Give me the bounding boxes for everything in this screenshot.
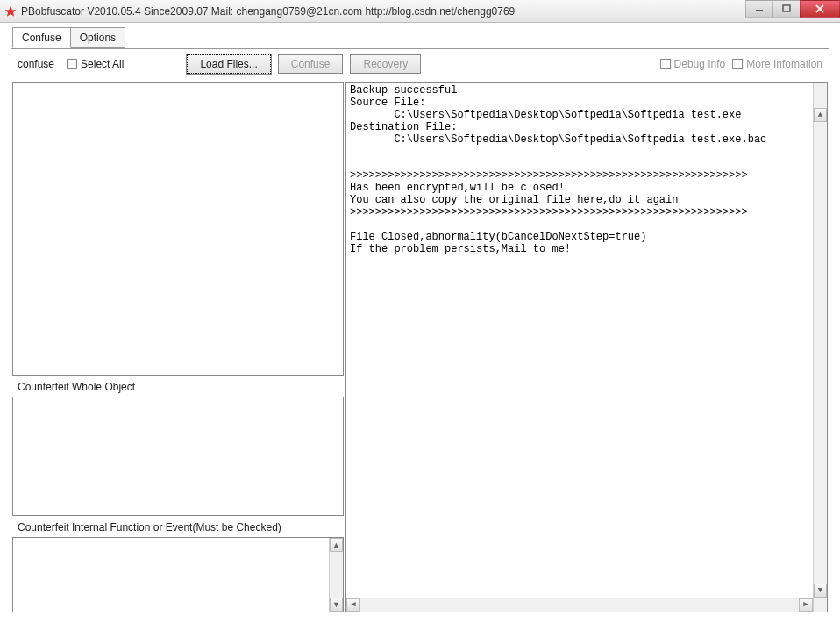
log-text: Backup successful Source File: C:\Users\… — [346, 83, 813, 598]
scroll-down-icon[interactable]: ▼ — [814, 584, 827, 598]
load-files-button[interactable]: Load Files... — [187, 54, 270, 74]
checkbox-box-icon — [732, 59, 743, 69]
scroll-track[interactable] — [330, 552, 343, 598]
maximize-button[interactable] — [772, 0, 801, 18]
confuse-label: confuse — [18, 58, 54, 70]
svg-marker-0 — [5, 5, 17, 16]
scroll-track[interactable] — [814, 97, 827, 584]
checkbox-box-icon — [660, 59, 671, 69]
app-icon — [4, 4, 18, 18]
scroll-corner — [813, 598, 827, 612]
more-information-label: More Infomation — [746, 58, 822, 70]
select-all-label: Select All — [81, 58, 124, 70]
client-area: Confuse Options confuse Select All Load … — [2, 23, 838, 621]
recovery-button[interactable]: Recovery — [350, 54, 421, 74]
checkbox-box-icon — [67, 59, 77, 69]
scrollbar-vertical[interactable]: ▲ ▼ — [813, 83, 827, 598]
scrollbar-vertical[interactable]: ▲ ▼ — [329, 538, 343, 612]
window-title: PBobfuscator V2010.05.4 Since2009.07 Mai… — [21, 5, 515, 18]
minimize-button[interactable] — [745, 0, 773, 18]
scroll-left-icon[interactable]: ◀ — [346, 598, 360, 612]
files-listbox[interactable] — [12, 82, 344, 376]
tab-options[interactable]: Options — [70, 27, 125, 48]
scroll-down-icon[interactable]: ▼ — [330, 598, 343, 612]
log-output[interactable]: Backup successful Source File: C:\Users\… — [345, 82, 828, 612]
window-controls — [746, 0, 840, 18]
scrollbar-horizontal[interactable]: ◀ ▶ — [346, 598, 813, 612]
select-all-checkbox[interactable]: Select All — [67, 58, 124, 70]
right-column: Backup successful Source File: C:\Users\… — [345, 82, 828, 612]
close-button[interactable] — [800, 0, 840, 18]
scroll-right-icon[interactable]: ▶ — [799, 598, 813, 612]
tabs: Confuse Options — [12, 26, 838, 47]
titlebar[interactable]: PBobfuscator V2010.05.4 Since2009.07 Mai… — [0, 0, 840, 23]
counterfeit-internal-label: Counterfeit Internal Function or Event(M… — [18, 521, 344, 533]
debug-info-checkbox[interactable]: Debug Info — [660, 58, 726, 70]
scroll-up-icon[interactable]: ▲ — [330, 538, 343, 552]
counterfeit-whole-label: Counterfeit Whole Object — [18, 381, 344, 393]
left-column: Counterfeit Whole Object Counterfeit Int… — [11, 81, 345, 614]
counterfeit-internal-listbox[interactable]: ▲ ▼ — [12, 537, 344, 612]
toolbar: confuse Select All Load Files... Confuse… — [11, 49, 829, 79]
content-row: Counterfeit Whole Object Counterfeit Int… — [11, 81, 829, 614]
counterfeit-whole-listbox[interactable] — [12, 397, 344, 516]
debug-info-label: Debug Info — [674, 58, 726, 70]
svg-rect-2 — [783, 5, 790, 11]
confuse-button[interactable]: Confuse — [278, 54, 344, 74]
more-information-checkbox[interactable]: More Infomation — [732, 58, 822, 70]
tab-page-confuse: confuse Select All Load Files... Confuse… — [11, 48, 829, 614]
tab-confuse[interactable]: Confuse — [12, 27, 71, 48]
